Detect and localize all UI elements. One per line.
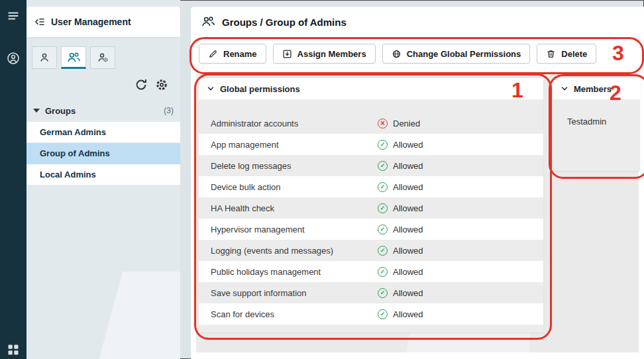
status-text: Allowed [393,140,423,150]
status-text: Allowed [393,288,423,298]
assign-members-button[interactable]: Assign Members [273,44,376,64]
status-text: Allowed [393,246,423,256]
tree-item-label: Group of Admins [40,148,110,158]
tree-item-label: German Admins [40,127,106,137]
user-circle-icon[interactable] [7,52,20,65]
permission-row: HA Health check Allowed [199,197,543,219]
permission-row: App management Allowed [199,134,543,155]
permission-label: Logging (events and messages) [211,246,378,256]
global-permissions-panel: Global permissions Administrator account… [199,78,543,333]
permission-status: Allowed [378,309,423,319]
allowed-icon [378,246,388,256]
allowed-icon [378,140,388,150]
tree-count: (3) [164,106,174,115]
refresh-icon[interactable] [134,78,148,91]
change-global-permissions-button[interactable]: Change Global Permissions [382,44,531,64]
status-text: Allowed [393,203,423,213]
panel-title: Members [574,84,612,94]
sidebar-actions [134,78,168,91]
button-label: Delete [561,49,587,59]
permission-row: Device bulk action Allowed [199,176,543,197]
permission-status: Allowed [378,267,423,277]
sidebar-tabs [32,46,115,69]
members-header[interactable]: Members [553,78,640,99]
denied-icon [378,119,388,128]
status-text: Allowed [393,182,423,192]
menu-icon[interactable] [7,9,20,23]
status-text: Allowed [393,161,423,171]
permission-label: Delete log messages [211,161,378,171]
permission-status: Allowed [378,288,423,298]
user-gear-icon [97,52,109,63]
tab-user[interactable] [32,46,57,69]
users-group-icon [67,52,81,63]
chevron-down-icon [561,85,568,93]
status-text: Allowed [393,309,423,319]
tree-item-label: Local Admins [40,170,96,180]
permission-status: Allowed [378,140,423,150]
allowed-icon [378,288,388,298]
chevron-down-icon [207,85,215,93]
global-permissions-header[interactable]: Global permissions [199,78,543,99]
permission-label: Save support information [211,288,378,298]
sidebar-title: User Management [51,17,131,27]
permission-status: Allowed [378,161,423,171]
allowed-icon [378,309,388,319]
allowed-icon [378,225,388,234]
triangle-down-icon [33,109,40,113]
sidebar-header: User Management [27,7,180,37]
permissions-list: Administrator accounts Denied App manage… [199,99,543,333]
permission-row: Logging (events and messages) Allowed [199,240,543,261]
status-text: Denied [393,119,420,128]
tab-groups[interactable] [61,46,86,69]
collapse-sidebar-icon[interactable] [33,16,45,28]
status-text: Allowed [393,267,423,277]
rename-button[interactable]: Rename [199,44,266,64]
toolbar: Rename Assign Members Change Global Perm… [199,44,596,64]
button-label: Assign Members [297,49,366,59]
gear-icon[interactable] [155,78,168,91]
assign-members-icon [282,49,292,59]
permission-label: Hypervisor management [211,225,378,234]
member-item[interactable]: Testadmin [567,117,640,127]
permission-row: Public holidays management Allowed [199,261,543,282]
permission-status: Allowed [378,246,423,256]
tree-root-label: Groups [45,106,76,116]
allowed-icon [378,182,388,192]
status-text: Allowed [393,225,423,234]
user-icon [38,52,50,63]
permission-row: Hypervisor management Allowed [199,219,543,240]
pencil-icon [208,49,218,59]
tree-item-local-admins[interactable]: Local Admins [27,164,180,185]
allowed-icon [378,203,388,213]
allowed-icon [378,267,388,277]
allowed-icon [378,161,388,171]
permission-label: App management [211,140,378,150]
permission-label: HA Health check [211,203,378,213]
apps-grid-icon[interactable] [7,343,20,356]
permission-row: Administrator accounts Denied [199,113,543,134]
permission-row: Delete log messages Allowed [199,155,543,176]
button-label: Change Global Permissions [407,49,521,59]
tree-item-german-admins[interactable]: German Admins [27,122,180,143]
trash-icon [546,49,556,59]
globe-icon [392,49,402,59]
tab-user-settings[interactable] [90,46,115,69]
main-header: Groups / Group of Admins [201,7,347,37]
breadcrumb[interactable]: Groups / Group of Admins [222,17,347,28]
members-panel: Members Testadmin [553,78,640,171]
permission-row: Save support information Allowed [199,282,543,303]
button-label: Rename [223,49,257,59]
groups-icon [201,16,215,28]
tree-root-groups[interactable]: Groups (3) [27,101,180,121]
groups-list: German Admins Group of Admins Local Admi… [27,122,180,185]
permission-status: Allowed [378,182,423,192]
permission-label: Administrator accounts [211,119,378,128]
permission-status: Allowed [378,225,423,234]
permission-status: Allowed [378,203,423,213]
permission-status: Denied [378,119,420,128]
delete-button[interactable]: Delete [537,44,596,64]
tree-item-group-of-admins[interactable]: Group of Admins [27,143,180,164]
permission-label: Scan for devices [211,309,378,319]
permission-label: Public holidays management [211,267,378,277]
